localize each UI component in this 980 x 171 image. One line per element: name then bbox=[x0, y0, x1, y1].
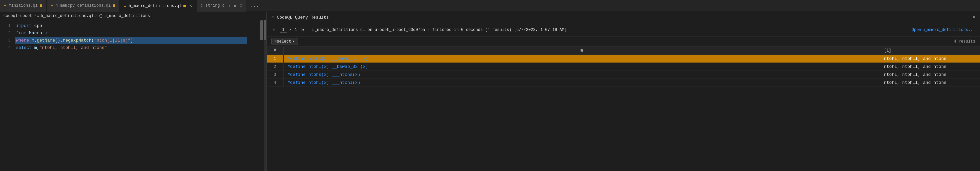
row-num: 3 bbox=[267, 71, 283, 79]
fn-getname: getName bbox=[37, 37, 55, 44]
ql-icon: ≡ bbox=[4, 4, 6, 8]
row-m-cell[interactable]: #define ntohs(x) ___ntohs(x) bbox=[283, 71, 880, 79]
c-icon: C bbox=[200, 4, 203, 8]
tab-stringc[interactable]: C string.c ▷ ⇄ □ bbox=[197, 0, 247, 12]
open-filename[interactable]: 5_macro_definitions... bbox=[923, 28, 975, 32]
tab-memcpy-label: 4_memcpy_definitions.ql bbox=[56, 3, 111, 8]
table-row[interactable]: 3 #define ntohs(x) ___ntohs(x) ntohl, nt… bbox=[267, 71, 980, 79]
main-area: codeql-uboot > ≡ 5_macro_definitions.ql … bbox=[0, 12, 980, 171]
breadcrumb-file-icon: ≡ bbox=[37, 14, 40, 18]
code-content: import cpp from Macro m where m bbox=[13, 20, 247, 171]
open-area: Open 5_macro_definitions... bbox=[912, 28, 975, 32]
results-count: 4 results bbox=[954, 39, 975, 44]
prev-page-button[interactable]: « bbox=[271, 27, 277, 33]
breadcrumb-file: 5_macro_definitions.ql bbox=[41, 14, 93, 18]
tab-modified-dot bbox=[40, 4, 42, 7]
line-numbers: 1 2 3 4 bbox=[0, 20, 13, 171]
query-info-text: 5_macro_definitions.ql on u-boot_u-boot_… bbox=[305, 28, 912, 32]
split-icon[interactable]: □ bbox=[240, 4, 242, 8]
page-input[interactable] bbox=[280, 27, 287, 33]
row-num: 1 bbox=[267, 55, 283, 63]
table-row[interactable]: 4 #define ntohl(x) ___ntohl(x) ntohl, nt… bbox=[267, 79, 980, 87]
results-panel: ≡ CodeQL Query Results × « / 1 » 5_macro… bbox=[267, 12, 980, 171]
row-num: 2 bbox=[267, 63, 283, 71]
col-header-hash: # bbox=[267, 47, 283, 55]
str-regex: "ntoh(l|ll|s)" bbox=[94, 37, 130, 44]
code-line-4: select m , "ntohl, ntohll, and ntohs" bbox=[15, 44, 247, 52]
results-table: # m [1] 1 #define ntohs(x) __bswap_16 (x… bbox=[267, 47, 980, 87]
var-m: m bbox=[45, 30, 47, 37]
type-macro: Macro bbox=[29, 30, 42, 37]
var-m3: m bbox=[34, 44, 37, 52]
select-label: #select bbox=[274, 39, 291, 44]
code-editor[interactable]: 1 2 3 4 import cpp from Macro m bbox=[0, 20, 266, 171]
cell-link[interactable]: #define ntohl(x) ___ntohl(x) bbox=[288, 80, 360, 85]
tab-macro-label: 5_macro_definitions.ql bbox=[129, 4, 181, 8]
col-header-m: m bbox=[283, 47, 880, 55]
minimap bbox=[247, 20, 264, 171]
ql-icon3: ≡ bbox=[124, 4, 126, 8]
col-header-1: [1] bbox=[880, 47, 980, 55]
select-dropdown[interactable]: #select ▾ bbox=[271, 38, 298, 45]
breadcrumb-root: codeql-uboot bbox=[3, 14, 32, 18]
page-separator: / bbox=[290, 27, 292, 32]
table-row[interactable]: 1 #define ntohs(x) __bswap_16 (x) ntohl,… bbox=[267, 55, 980, 63]
results-header: ≡ CodeQL Query Results × bbox=[267, 12, 980, 23]
breadcrumb-sep1: > bbox=[33, 14, 36, 18]
table-body: 1 #define ntohs(x) __bswap_16 (x) ntohl,… bbox=[267, 55, 980, 87]
results-title: ≡ CodeQL Query Results bbox=[271, 15, 329, 20]
str-result: "ntohl, ntohll, and ntohs" bbox=[39, 44, 107, 52]
code-line-1: import cpp bbox=[15, 22, 247, 30]
cell-link[interactable]: #define ntohs(x) ___ntohs(x) bbox=[288, 72, 360, 77]
ql-icon2: ≡ bbox=[51, 4, 53, 8]
minimap-thumb bbox=[260, 20, 263, 40]
tab-stringc-label: string.c bbox=[205, 3, 225, 8]
tab-overflow-button[interactable]: ... bbox=[247, 0, 262, 12]
run-icon[interactable]: ▷ bbox=[229, 4, 231, 8]
row-col1-cell: ntohl, ntohll, and ntohs bbox=[880, 55, 980, 63]
table-header: # m [1] bbox=[267, 47, 980, 55]
editor-panel: codeql-uboot > ≡ 5_macro_definitions.ql … bbox=[0, 12, 267, 171]
select-chevron-icon: ▾ bbox=[292, 39, 295, 44]
cell-link[interactable]: #define ntohs(x) __bswap_16 (x) bbox=[288, 56, 368, 61]
row-num: 4 bbox=[267, 79, 283, 87]
table-row[interactable]: 2 #define ntohl(x) __bswap_32 (x) ntohl,… bbox=[267, 63, 980, 71]
row-m-cell[interactable]: #define ntohl(x) ___ntohl(x) bbox=[283, 79, 880, 87]
results-title-label: CodeQL Query Results bbox=[277, 15, 329, 20]
breadcrumb-symbol: 5_macro_definitions bbox=[104, 14, 150, 18]
fn-regexpmatch: regexpMatch bbox=[63, 37, 91, 44]
code-line-2: from Macro m bbox=[15, 30, 247, 37]
tab-memcpy[interactable]: ≡ 4_memcpy_definitions.ql bbox=[47, 0, 120, 12]
total-pages: 1 bbox=[294, 27, 297, 32]
tab-modified-dot2 bbox=[113, 4, 115, 7]
kw-select: select bbox=[16, 44, 32, 52]
kw-import: import bbox=[16, 22, 32, 30]
row-m-cell[interactable]: #define ntohs(x) __bswap_16 (x) bbox=[283, 55, 880, 63]
code-line-3: where m . getName (). regexpMatch ( "nto… bbox=[15, 37, 247, 44]
next-page-button[interactable]: » bbox=[300, 27, 305, 33]
tab-macro[interactable]: ≡ 5_macro_definitions.ql × bbox=[120, 0, 196, 12]
open-link[interactable]: Open bbox=[912, 28, 921, 32]
pagination: « / 1 » bbox=[271, 27, 305, 33]
diff-icon[interactable]: ⇄ bbox=[234, 4, 237, 8]
tab-close-icon[interactable]: × bbox=[189, 3, 192, 9]
select-bar: #select ▾ 4 results bbox=[267, 36, 980, 47]
var-m2: m bbox=[32, 37, 34, 44]
results-table-wrapper[interactable]: # m [1] 1 #define ntohs(x) __bswap_16 (x… bbox=[267, 47, 980, 171]
breadcrumb-symbol-icon: {} bbox=[99, 14, 103, 18]
results-close-button[interactable]: × bbox=[973, 15, 975, 20]
results-title-icon: ≡ bbox=[271, 15, 274, 20]
tab-finitions-label: finitions.ql bbox=[9, 3, 38, 8]
editor-scrollbar-thumb[interactable] bbox=[264, 20, 266, 40]
cell-link[interactable]: #define ntohl(x) __bswap_32 (x) bbox=[288, 64, 368, 69]
row-col1-cell: ntohl, ntohll, and ntohs bbox=[880, 63, 980, 71]
breadcrumb-sep2: > bbox=[95, 14, 97, 18]
editor-scrollbar[interactable] bbox=[264, 20, 266, 171]
breadcrumb: codeql-uboot > ≡ 5_macro_definitions.ql … bbox=[0, 12, 266, 20]
kw-where: where bbox=[16, 37, 29, 44]
row-m-cell[interactable]: #define ntohl(x) __bswap_32 (x) bbox=[283, 63, 880, 71]
tab-modified-dot3 bbox=[183, 5, 186, 7]
tab-finitions[interactable]: ≡ finitions.ql bbox=[0, 0, 47, 12]
query-info-bar: « / 1 » 5_macro_definitions.ql on u-boot… bbox=[267, 23, 980, 36]
kw-from: from bbox=[16, 30, 26, 37]
